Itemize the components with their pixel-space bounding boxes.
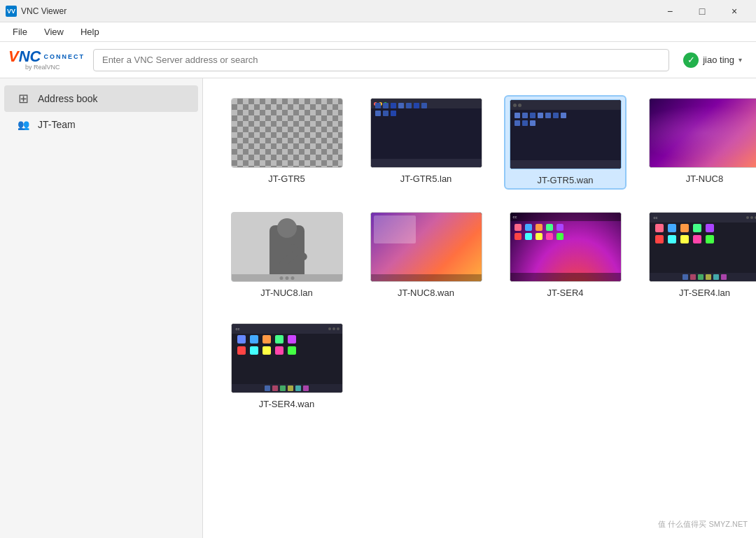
sidebar-item-label-jt-team: JT-Team (38, 119, 76, 130)
thumb-dark-desktop (371, 99, 482, 167)
sidebar: ⊞ Address book 👥 JT-Team (0, 78, 203, 538)
device-label-jt-gtr5-lan: JT-GTR5.lan (400, 174, 452, 184)
device-card-jt-nuc8-lan[interactable]: JT-NUC8.lan (225, 209, 348, 301)
device-thumbnail-jt-ser4: cc (510, 212, 622, 282)
device-thumbnail-jt-ser4-lan: cc (649, 212, 757, 282)
logo-realvnc: by RealVNC (25, 64, 85, 71)
device-card-jt-nuc8[interactable]: JT-NUC8 (643, 95, 756, 190)
device-thumbnail-jt-nuc8 (649, 98, 757, 168)
thumb-checker (232, 99, 342, 167)
toolbar: V NC CONNECT by RealVNC ✓ jiao ting ▾ (0, 42, 756, 78)
thumb-purple-desktop: cc (510, 213, 621, 281)
watermark: 值 什么值得买 SMYZ.NET (658, 519, 748, 530)
device-thumbnail-jt-gtr5-wan (510, 99, 622, 169)
sidebar-item-label-address-book: Address book (38, 93, 98, 104)
user-name: jiao ting (703, 55, 734, 65)
menu-help[interactable]: Help (74, 24, 106, 40)
device-card-jt-nuc8-wan[interactable]: JT-NUC8.wan (365, 209, 487, 301)
device-card-jt-ser4[interactable]: cc (504, 209, 626, 301)
thumb-person (232, 213, 342, 281)
sidebar-item-address-book[interactable]: ⊞ Address book (4, 85, 198, 112)
search-input[interactable] (93, 49, 669, 71)
device-card-jt-ser4-wan[interactable]: cc (225, 320, 348, 412)
thumb-purple-wave (650, 99, 757, 167)
device-label-jt-gtr5: JT-GTR5 (268, 174, 305, 184)
device-label-jt-gtr5-wan: JT-GTR5.wan (537, 175, 593, 185)
address-book-icon: ⊞ (15, 91, 31, 106)
titlebar: VV VNC Viewer − □ × (0, 0, 756, 22)
thumb-dark-grid: cc (650, 213, 757, 281)
menubar: File View Help (0, 22, 756, 42)
device-label-jt-nuc8-wan: JT-NUC8.wan (398, 288, 454, 298)
window-controls: − □ × (654, 0, 750, 22)
logo-v: V (8, 49, 19, 64)
device-thumbnail-jt-gtr5 (231, 98, 343, 168)
menu-file[interactable]: File (6, 24, 34, 40)
team-icon: 👥 (15, 119, 31, 130)
menu-view[interactable]: View (37, 24, 71, 40)
user-status-icon: ✓ (683, 52, 699, 68)
device-grid: JT-GTR5 (225, 95, 734, 412)
device-card-jt-ser4-lan[interactable]: cc (643, 209, 756, 301)
app-title: VNC Viewer (21, 6, 654, 16)
device-label-jt-ser4: JT-SER4 (547, 288, 583, 298)
maximize-button[interactable]: □ (686, 0, 718, 22)
device-label-jt-nuc8-lan: JT-NUC8.lan (260, 288, 312, 298)
device-thumbnail-jt-nuc8-lan (231, 212, 343, 282)
device-label-jt-ser4-lan: JT-SER4.lan (679, 288, 730, 298)
thumb-dark-grid2: cc (232, 324, 342, 392)
user-chevron-icon: ▾ (738, 56, 742, 64)
app-icon: VV (6, 6, 17, 17)
device-label-jt-nuc8: JT-NUC8 (686, 174, 723, 184)
device-label-jt-ser4-wan: JT-SER4.wan (259, 399, 314, 409)
sidebar-item-jt-team[interactable]: 👥 JT-Team (4, 113, 198, 136)
thumb-dark-desktop2 (510, 100, 621, 169)
close-button[interactable]: × (718, 0, 750, 22)
main-layout: ⊞ Address book 👥 JT-Team JT-GTR5 (0, 78, 756, 538)
thumb-mac (371, 213, 482, 281)
user-badge[interactable]: ✓ jiao ting ▾ (678, 50, 748, 71)
minimize-button[interactable]: − (654, 0, 686, 22)
device-card-jt-gtr5-wan[interactable]: JT-GTR5.wan (504, 95, 626, 190)
logo-nc: NC (19, 49, 41, 64)
device-thumbnail-jt-gtr5-lan (370, 98, 482, 168)
device-card-jt-gtr5[interactable]: JT-GTR5 (225, 95, 348, 190)
logo: V NC CONNECT by RealVNC (8, 49, 85, 71)
device-card-jt-gtr5-lan[interactable]: JT-GTR5.lan (365, 95, 487, 190)
device-thumbnail-jt-nuc8-wan (370, 212, 482, 282)
logo-connect-text: CONNECT (43, 54, 85, 60)
content-area: JT-GTR5 (203, 78, 756, 538)
device-thumbnail-jt-ser4-wan: cc (231, 323, 343, 393)
